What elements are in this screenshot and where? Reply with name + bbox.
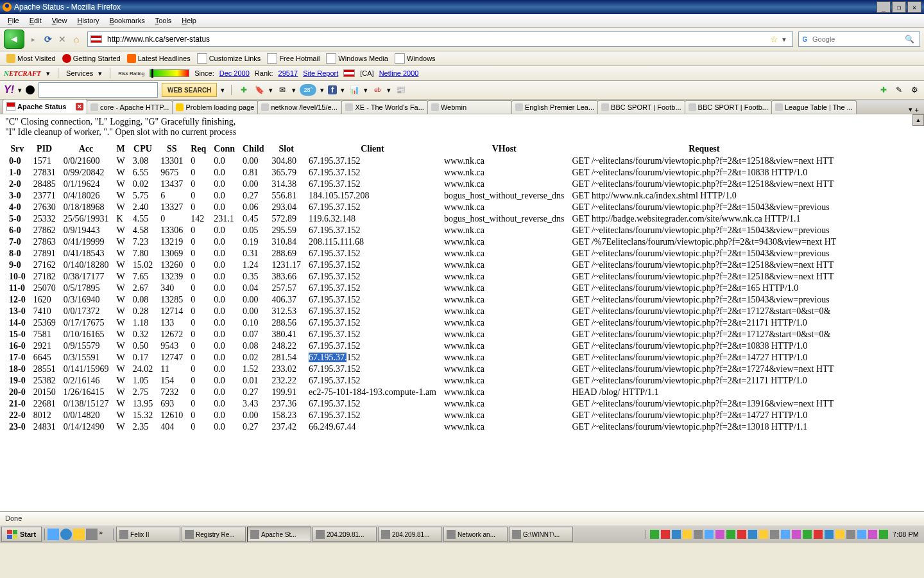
tray-icon[interactable] <box>857 530 866 539</box>
scroll-up-button[interactable]: ▲ <box>912 114 924 126</box>
tab-close-icon[interactable]: ✕ <box>76 103 83 110</box>
bookmarks-toolbar: Most VisitedGetting StartedLatest Headli… <box>0 51 924 66</box>
forward-button[interactable]: ▸ <box>27 33 40 46</box>
yahoo-ebay-icon[interactable]: eb <box>372 84 383 96</box>
taskbar-button[interactable]: G:\WINNT\... <box>509 527 573 542</box>
tray-icon[interactable] <box>683 530 692 539</box>
tray-icon[interactable] <box>825 530 834 539</box>
yahoo-mail-icon[interactable]: ✉ <box>277 84 288 96</box>
browser-tab[interactable]: netknow /level/15/e... <box>257 100 342 114</box>
yahoo-finance-icon[interactable]: 📊 <box>348 84 360 96</box>
yahoo-add-icon[interactable]: ✚ <box>238 84 250 96</box>
ql-desktop-icon[interactable] <box>47 529 59 540</box>
tray-icon[interactable] <box>803 530 812 539</box>
url-box[interactable]: ☆ ▼ <box>87 31 793 47</box>
table-cell: 6.55 <box>129 167 157 179</box>
tray-icon[interactable] <box>868 530 877 539</box>
tray-icon[interactable] <box>650 530 659 539</box>
menu-bookmarks[interactable]: Bookmarks <box>105 17 150 24</box>
search-box[interactable]: G 🔍 <box>798 31 920 47</box>
bookmark-star-icon[interactable]: ☆ <box>770 34 778 44</box>
netcraft-services[interactable]: Services <box>66 69 93 77</box>
menu-file[interactable]: File <box>3 17 24 24</box>
minimize-button[interactable]: _ <box>877 1 891 13</box>
browser-tab[interactable]: core - Apache HTTP... <box>87 100 173 114</box>
browser-tab[interactable]: English Premier Lea... <box>511 100 598 114</box>
menu-view[interactable]: View <box>47 17 73 24</box>
new-tab-icon[interactable]: + <box>915 106 919 114</box>
netcraft-since-link[interactable]: Dec 2000 <box>219 69 250 77</box>
menu-tools[interactable]: Tools <box>150 17 177 24</box>
tray-icon[interactable] <box>737 530 746 539</box>
tray-icon[interactable] <box>726 530 735 539</box>
browser-tab[interactable]: Webmin <box>427 100 512 114</box>
taskbar-button[interactable]: Apache St... <box>247 527 311 542</box>
tray-icon[interactable] <box>661 530 670 539</box>
menu-help[interactable]: Help <box>176 17 201 24</box>
menu-history[interactable]: History <box>72 17 104 24</box>
tray-icon[interactable] <box>846 530 855 539</box>
menu-edit[interactable]: Edit <box>24 17 47 24</box>
tray-icon[interactable] <box>879 530 888 539</box>
search-go-icon[interactable]: 🔍 <box>902 35 917 44</box>
yahoo-news-icon[interactable]: 📰 <box>395 84 406 96</box>
browser-tab[interactable]: BBC SPORT | Footb... <box>685 100 772 114</box>
ql-more-icon[interactable]: » <box>99 529 110 540</box>
taskbar-button[interactable]: Registry Re... <box>182 527 246 542</box>
taskbar-button[interactable]: Network an... <box>443 527 508 542</box>
bookmark-item[interactable]: Windows <box>392 53 438 64</box>
close-button[interactable]: ✕ <box>907 1 921 13</box>
yahoo-weather-icon[interactable]: 28° <box>300 84 316 96</box>
bookmark-item[interactable]: Getting Started <box>60 54 123 63</box>
yahoo-plus-icon[interactable]: ✚ <box>878 84 889 96</box>
tray-icon[interactable] <box>694 530 703 539</box>
browser-tab[interactable]: Apache Status✕ <box>3 99 87 114</box>
netcraft-host-link[interactable]: Netline 2000 <box>379 69 419 77</box>
netcraft-dropdown-icon[interactable]: ▾ <box>46 69 50 78</box>
page-content: ▲ "C" Closing connection, "L" Logging, "… <box>0 114 924 511</box>
bookmark-item[interactable]: Free Hotmail <box>264 53 322 64</box>
taskbar-button[interactable]: 204.209.81... <box>378 527 442 542</box>
yahoo-pencil-icon[interactable]: ✎ <box>893 84 905 96</box>
yahoo-search-input[interactable] <box>38 82 158 98</box>
tray-icon[interactable] <box>814 530 823 539</box>
tray-icon[interactable] <box>748 530 757 539</box>
netcraft-sitereport-link[interactable]: Site Report <box>303 69 338 77</box>
tray-icon[interactable] <box>672 530 681 539</box>
restore-button[interactable]: ❐ <box>892 1 906 13</box>
bookmark-item[interactable]: Latest Headlines <box>124 54 193 63</box>
url-dropdown-icon[interactable]: ▼ <box>778 36 790 43</box>
yahoo-websearch-button[interactable]: WEB SEARCH <box>162 83 217 97</box>
yahoo-gear-icon[interactable]: ⚙ <box>909 84 920 96</box>
stop-button[interactable]: ✕ <box>56 33 68 45</box>
tray-icon[interactable] <box>781 530 790 539</box>
bookmark-item[interactable]: Customize Links <box>194 53 264 64</box>
browser-tab[interactable]: XE - The World's Fa... <box>341 100 427 114</box>
bookmark-item[interactable]: Most Visited <box>4 54 58 63</box>
yahoo-facebook-icon[interactable]: f <box>328 85 337 94</box>
tray-icon[interactable] <box>770 530 779 539</box>
taskbar-button[interactable]: Felix II <box>116 527 180 542</box>
tray-icon[interactable] <box>715 530 724 539</box>
search-input[interactable] <box>811 35 902 44</box>
browser-tab[interactable]: League Table | The ... <box>771 100 857 114</box>
tray-icon[interactable] <box>759 530 768 539</box>
tray-icon[interactable] <box>792 530 801 539</box>
ql-outlook-icon[interactable] <box>73 529 85 540</box>
tray-icon[interactable] <box>835 530 844 539</box>
yahoo-bookmark-icon[interactable]: 🔖 <box>253 84 265 96</box>
home-button[interactable]: ⌂ <box>71 33 82 45</box>
browser-tab[interactable]: BBC SPORT | Footb... <box>597 100 685 114</box>
bookmark-item[interactable]: Windows Media <box>323 53 391 64</box>
tab-list-icon[interactable]: ▾ <box>909 105 912 114</box>
taskbar-button[interactable]: 204.209.81... <box>312 527 377 542</box>
reload-button[interactable]: ⟳ <box>42 33 54 45</box>
ql-ie-icon[interactable] <box>60 529 72 540</box>
tray-icon[interactable] <box>705 530 714 539</box>
ql-app-icon[interactable] <box>86 529 98 540</box>
netcraft-rank-link[interactable]: 29517 <box>278 69 298 77</box>
start-button[interactable]: Start <box>1 527 42 542</box>
browser-tab[interactable]: Problem loading page <box>172 100 258 114</box>
url-input[interactable] <box>106 34 770 44</box>
back-button[interactable]: ◄ <box>4 30 24 49</box>
